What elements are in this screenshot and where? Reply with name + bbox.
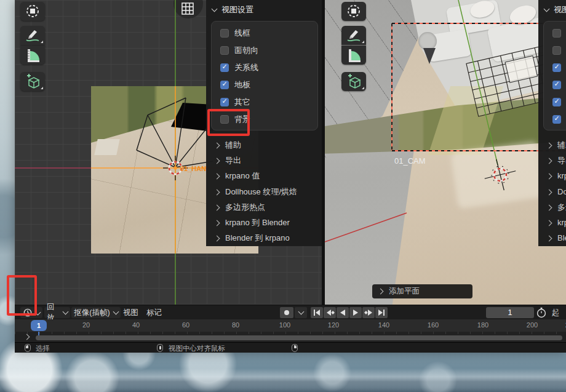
marker-menu[interactable]: 标记 [146, 307, 162, 318]
add-cube-tool-button[interactable] [341, 72, 366, 91]
section-krpano-to-blender[interactable]: krpano 到 Blender [547, 217, 566, 229]
panel-header[interactable]: 视图设置 [544, 4, 566, 15]
checkbox-checked[interactable] [220, 98, 229, 106]
checkbox-label: 地板 [234, 79, 250, 90]
checkbox-row-other[interactable]: 其它 [220, 95, 250, 109]
horizontal-scrollbar[interactable] [36, 335, 562, 340]
checkbox-unchecked[interactable] [552, 29, 561, 38]
subtool-indicator [362, 41, 364, 43]
measure-tool-button[interactable] [341, 46, 366, 65]
cursor-tool-button[interactable] [341, 2, 366, 21]
section-polygon-hotspot[interactable]: 多边形热点 [547, 201, 566, 214]
keying-menu-label: 抠像(插帧) [74, 308, 110, 318]
chevron-down-icon [212, 6, 218, 12]
current-frame-field[interactable]: 1 [486, 307, 534, 318]
desktop: 01_HAN [0, 0, 566, 392]
checkbox-row-relationship-lines[interactable]: 关系线 [552, 61, 566, 74]
ruler-tick: 80 [226, 321, 245, 329]
frame-field-value: 1 [508, 308, 512, 317]
section-dollhouse-bake[interactable]: Dollhouse 纹理/烘焙 [215, 186, 297, 198]
play-reverse-button[interactable] [337, 307, 349, 318]
add-cube-tool-button[interactable] [20, 72, 45, 91]
checkbox-label: 线框 [234, 28, 250, 39]
cursor-tool-button[interactable] [20, 2, 45, 21]
measure-tool-button[interactable] [20, 46, 45, 65]
next-keyframe-button[interactable] [362, 307, 375, 318]
checkbox-row-other[interactable]: 其它 [552, 95, 566, 109]
play-reverse-icon [339, 309, 346, 316]
section-auxiliary[interactable]: 辅助 [547, 139, 566, 151]
status-center-view-label: 视图中心对齐鼠标 [169, 344, 225, 353]
annotate-tool-button[interactable] [341, 26, 366, 45]
mouse-left-icon [25, 344, 31, 352]
chevron-right-icon [214, 158, 220, 164]
section-auxiliary[interactable]: 辅助 [215, 139, 241, 151]
section-label: 导出 [225, 155, 241, 166]
checkbox-row-floor[interactable]: 地板 [220, 78, 250, 92]
section-export[interactable]: 导出 [215, 154, 241, 167]
checkbox-row-background[interactable]: 背景 [552, 113, 566, 126]
grid-icon[interactable] [180, 1, 195, 16]
subtool-indicator [41, 87, 43, 89]
auto-keying-dropdown[interactable] [295, 307, 307, 318]
current-frame-indicator[interactable]: 1 [31, 320, 47, 331]
timeline-track[interactable] [15, 332, 566, 342]
jump-to-end-button[interactable] [375, 307, 388, 318]
view-menu[interactable]: 视图 [123, 307, 138, 318]
section-krpano-value[interactable]: krpano 值 [547, 170, 566, 182]
playback-menu[interactable]: 回放 [44, 307, 70, 318]
status-bar: 选择 视图中心对齐鼠标 [15, 342, 566, 353]
section-blender-to-krpano[interactable]: Blender 到 krpano [547, 232, 566, 244]
ruler-tick: 220 [562, 321, 566, 329]
checkbox-checked[interactable] [552, 63, 561, 72]
section-export[interactable]: 导出 [547, 154, 566, 167]
prev-keyframe-button[interactable] [324, 307, 336, 318]
viewport-right[interactable]: 01_CAM [325, 0, 566, 305]
ruler-tick: 180 [474, 321, 492, 329]
panel-header-label: 视图设置 [554, 4, 566, 15]
cursor-tool-icon [341, 2, 366, 21]
checkbox-checked[interactable] [220, 81, 229, 89]
checkbox-row-relationship-lines[interactable]: 关系线 [220, 61, 258, 74]
annotate-tool-button[interactable] [20, 26, 45, 45]
keying-menu[interactable]: 抠像(插帧) [71, 307, 121, 318]
section-krpano-to-blender[interactable]: krpano 到 Blender [215, 217, 290, 229]
checkbox-checked[interactable] [552, 115, 561, 124]
checkbox-row-face-orientation[interactable]: 面朝向 [552, 44, 566, 57]
play-button[interactable] [349, 307, 362, 318]
checkbox-group: 线框 面朝向 关系线 地板 其它 背景 [543, 21, 566, 130]
checkbox-unchecked[interactable] [220, 29, 229, 38]
checkbox-unchecked[interactable] [552, 46, 561, 55]
checkbox-row-wireframe[interactable]: 线框 [220, 26, 250, 40]
region-expand-chevron[interactable] [24, 334, 30, 340]
section-dollhouse-bake[interactable]: Dollhouse 纹理/烘焙 [547, 186, 566, 198]
stopwatch-icon[interactable] [536, 307, 547, 318]
checkbox-checked[interactable] [220, 63, 229, 72]
cursor-tool-icon [20, 2, 45, 21]
viewport-left[interactable]: 01_HAN [15, 0, 322, 305]
measure-tool-icon [20, 46, 45, 65]
timeline-ruler[interactable]: 20 40 60 80 100 120 140 160 180 200 220 … [15, 319, 566, 332]
checkbox-checked[interactable] [552, 81, 561, 89]
panel-header[interactable]: 视图设置 [212, 4, 253, 15]
section-krpano-value[interactable]: krpano 值 [215, 170, 260, 182]
ruler-tick: 20 [77, 321, 95, 329]
cursor-3d[interactable] [480, 155, 519, 194]
checkbox-row-wireframe[interactable]: 线框 [552, 26, 566, 40]
checkbox-label: 面朝向 [234, 45, 258, 56]
prev-keyframe-icon [325, 309, 335, 316]
checkbox-checked[interactable] [552, 98, 561, 106]
operator-panel-add-plane[interactable]: 添加平面 [372, 284, 472, 298]
section-blender-to-krpano[interactable]: Blender 到 krpano [215, 232, 290, 244]
section-label: krpano 值 [225, 170, 260, 182]
checkbox-row-face-orientation[interactable]: 面朝向 [220, 44, 258, 57]
jump-to-start-button[interactable] [311, 307, 323, 318]
ruler-tick: 40 [127, 321, 145, 329]
checkbox-row-floor[interactable]: 地板 [552, 78, 566, 92]
chevron-down-icon [544, 6, 550, 12]
section-polygon-hotspot[interactable]: 多边形热点 [215, 201, 265, 214]
auto-keying-button[interactable] [280, 307, 293, 318]
ruler-tick: 100 [276, 321, 294, 329]
ruler-tick: 160 [424, 321, 442, 329]
checkbox-unchecked[interactable] [220, 46, 229, 55]
